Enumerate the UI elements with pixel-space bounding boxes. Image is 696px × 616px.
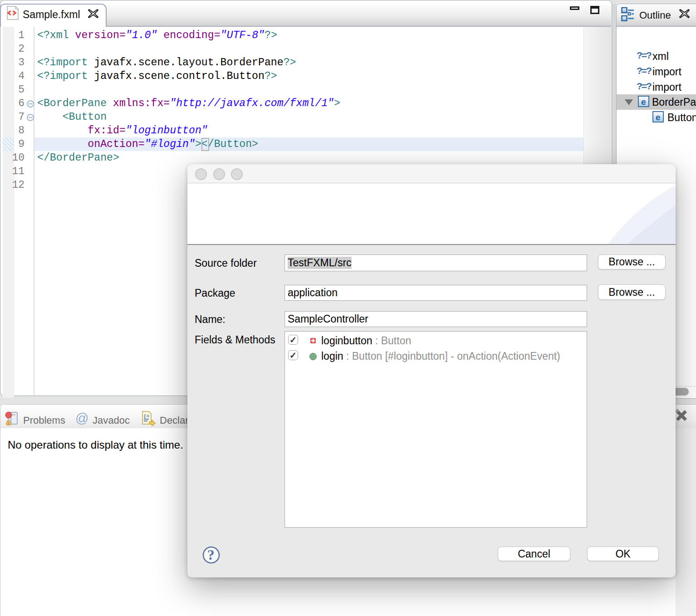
svg-text:!: ! — [8, 421, 9, 425]
svg-text:(=: (= — [143, 414, 150, 419]
svg-text:e: e — [641, 97, 646, 107]
svg-text:e: e — [656, 112, 661, 122]
svg-text:?: ? — [207, 547, 215, 563]
